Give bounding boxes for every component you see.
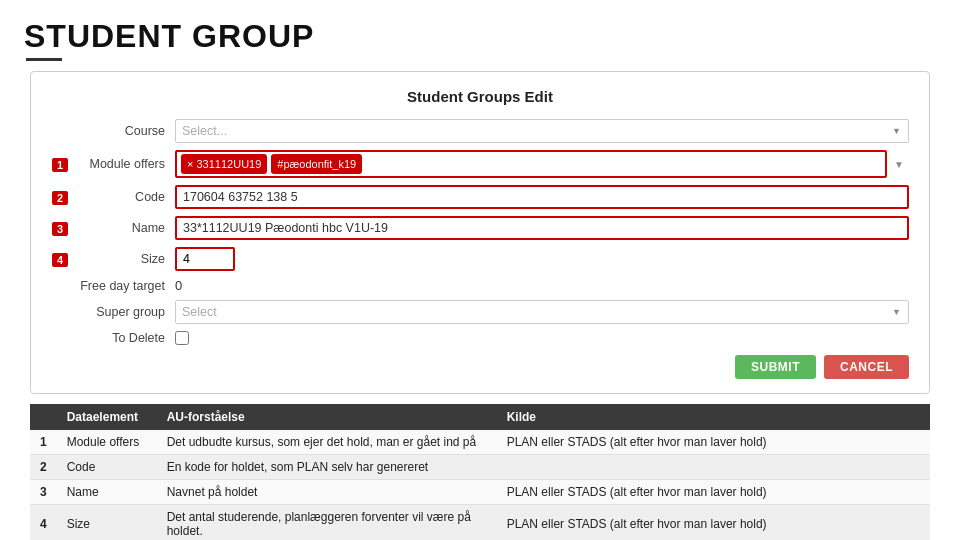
module-offers-num: 1: [51, 157, 73, 172]
name-input-wrap: [175, 216, 909, 240]
module-offers-tag2[interactable]: #pæodonfit_k19: [271, 154, 362, 174]
col-au: AU-forståelse: [157, 404, 497, 430]
course-select[interactable]: Select...: [175, 119, 909, 143]
row-name-cell: Name: [57, 480, 157, 505]
super-group-select[interactable]: Select: [175, 300, 909, 324]
form-title: Student Groups Edit: [51, 88, 909, 105]
name-num-badge: 3: [52, 222, 68, 236]
code-row: 2 Code: [51, 185, 909, 209]
button-row: SUBMIT CANCEL: [51, 355, 909, 379]
col-num: [30, 404, 57, 430]
page-header: STUDENT GROUP: [0, 0, 960, 67]
name-num: 3: [51, 221, 73, 236]
name-label: Name: [75, 221, 175, 235]
to-delete-input-wrap: [175, 331, 909, 345]
row-desc-cell: Det udbudte kursus, som ejer det hold, m…: [157, 430, 497, 455]
row-desc-cell: En kode for holdet, som PLAN selv har ge…: [157, 455, 497, 480]
code-input-wrap: [175, 185, 909, 209]
main-content: Student Groups Edit Course Select... 1 M…: [0, 67, 960, 540]
row-num-cell: 1: [30, 430, 57, 455]
super-group-label: Super group: [75, 305, 175, 319]
code-num-badge: 2: [52, 191, 68, 205]
free-day-value: 0: [175, 278, 182, 293]
super-group-row: Super group Select: [51, 300, 909, 324]
form-card: Student Groups Edit Course Select... 1 M…: [30, 71, 930, 394]
module-offers-arrow: ▼: [889, 159, 909, 170]
code-label: Code: [75, 190, 175, 204]
table-body: 1 Module offers Det udbudte kursus, som …: [30, 430, 930, 540]
module-offers-num-badge: 1: [52, 158, 68, 172]
table-row: 1 Module offers Det udbudte kursus, som …: [30, 430, 930, 455]
code-num: 2: [51, 190, 73, 205]
cancel-button[interactable]: CANCEL: [824, 355, 909, 379]
row-name-cell: Module offers: [57, 430, 157, 455]
code-input[interactable]: [175, 185, 909, 209]
size-label: Size: [75, 252, 175, 266]
to-delete-checkbox[interactable]: [175, 331, 189, 345]
table-row: 4 Size Det antal studerende, planlæggere…: [30, 505, 930, 541]
size-row: 4 Size: [51, 247, 909, 271]
page-title: STUDENT GROUP: [24, 18, 936, 55]
module-offers-tag1[interactable]: × 331112UU19: [181, 154, 267, 174]
title-underline: [26, 58, 62, 61]
row-source-cell: PLAN eller STADS (alt efter hvor man lav…: [497, 480, 930, 505]
row-name-cell: Code: [57, 455, 157, 480]
size-num: 4: [51, 252, 73, 267]
row-desc-cell: Det antal studerende, planlæggeren forve…: [157, 505, 497, 541]
row-source-cell: PLAN eller STADS (alt efter hvor man lav…: [497, 430, 930, 455]
row-source-cell: [497, 455, 930, 480]
free-day-label: Free day target: [75, 279, 175, 293]
module-offers-label: Module offers: [75, 157, 175, 171]
table-header-row: Dataelement AU-forståelse Kilde: [30, 404, 930, 430]
to-delete-row: To Delete: [51, 331, 909, 345]
row-source-cell: PLAN eller STADS (alt efter hvor man lav…: [497, 505, 930, 541]
free-day-row: Free day target 0: [51, 278, 909, 293]
name-input[interactable]: [175, 216, 909, 240]
col-kilde: Kilde: [497, 404, 930, 430]
info-table: Dataelement AU-forståelse Kilde 1 Module…: [30, 404, 930, 540]
to-delete-label: To Delete: [75, 331, 175, 345]
size-input-wrap: [175, 247, 909, 271]
size-num-badge: 4: [52, 253, 68, 267]
table-head: Dataelement AU-forståelse Kilde: [30, 404, 930, 430]
course-select-wrap: Select...: [175, 119, 909, 143]
row-num-cell: 4: [30, 505, 57, 541]
size-input[interactable]: [175, 247, 235, 271]
table-row: 3 Name Navnet på holdet PLAN eller STADS…: [30, 480, 930, 505]
col-dataelement: Dataelement: [57, 404, 157, 430]
row-num-cell: 3: [30, 480, 57, 505]
name-row: 3 Name: [51, 216, 909, 240]
row-name-cell: Size: [57, 505, 157, 541]
course-row: Course Select...: [51, 119, 909, 143]
module-offers-row: 1 Module offers × 331112UU19 #pæodonfit_…: [51, 150, 909, 178]
course-label: Course: [75, 124, 175, 138]
row-num-cell: 2: [30, 455, 57, 480]
submit-button[interactable]: SUBMIT: [735, 355, 816, 379]
row-desc-cell: Navnet på holdet: [157, 480, 497, 505]
module-offers-input[interactable]: × 331112UU19 #pæodonfit_k19: [175, 150, 887, 178]
super-group-select-wrap: Select: [175, 300, 909, 324]
table-row: 2 Code En kode for holdet, som PLAN selv…: [30, 455, 930, 480]
free-day-input-wrap: 0: [175, 278, 909, 293]
